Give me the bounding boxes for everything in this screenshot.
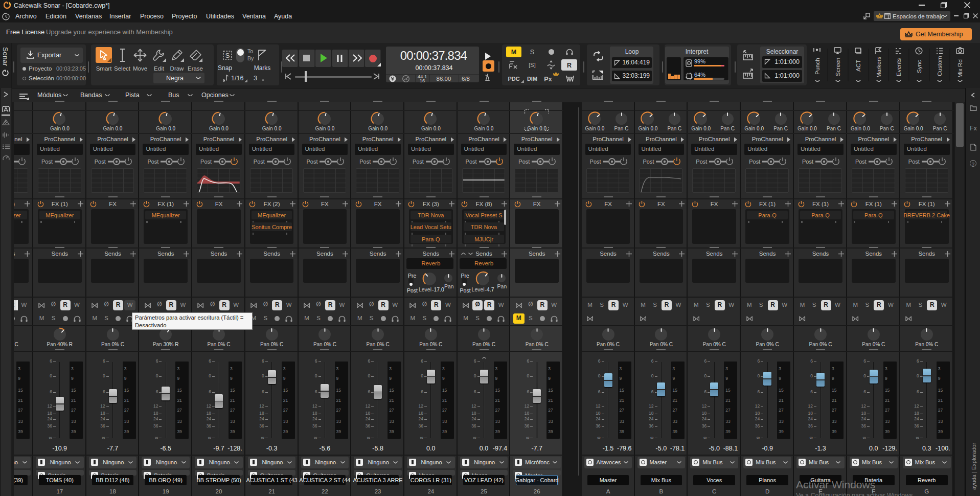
- svg-text:S: S: [225, 52, 230, 59]
